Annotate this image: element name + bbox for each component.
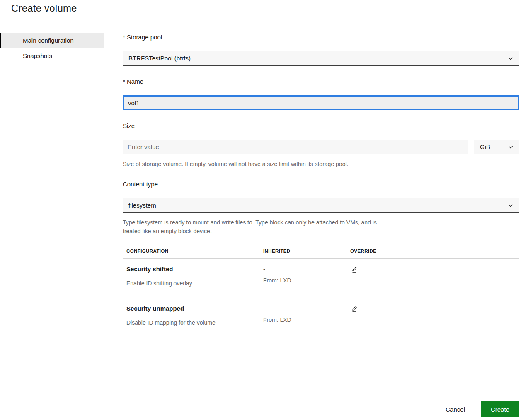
content-type-field: Content type filesystem Type filesystem … — [123, 180, 519, 236]
chevron-down-icon — [508, 56, 513, 61]
cancel-button[interactable]: Cancel — [446, 403, 465, 416]
size-help-text: Size of storage volume. If empty, volume… — [123, 160, 519, 169]
inherited-source: From: LXD — [263, 316, 346, 323]
size-unit-select[interactable]: GiB — [474, 140, 519, 154]
inherited-value: - — [263, 265, 346, 273]
page-title: Create volume — [11, 2, 77, 14]
storage-pool-field: * Storage pool BTRFSTestPool (btrfs) — [123, 33, 519, 66]
edit-pencil-icon — [351, 268, 358, 274]
storage-pool-select[interactable]: BTRFSTestPool (btrfs) — [123, 51, 519, 66]
table-header-row: CONFIGURATION INHERITED OVERRIDE — [123, 249, 519, 259]
inherited-value: - — [263, 304, 346, 313]
column-header-override: OVERRIDE — [346, 249, 519, 258]
content-type-selected-value: filesystem — [128, 202, 508, 209]
size-unit-selected-value: GiB — [480, 143, 508, 150]
table-row: Security unmapped Disable ID mapping for… — [123, 298, 519, 337]
column-header-inherited: INHERITED — [259, 249, 346, 258]
sidebar-item-snapshots[interactable]: Snapshots — [0, 48, 104, 64]
storage-pool-selected-value: BTRFSTestPool (btrfs) — [128, 55, 508, 62]
size-label: Size — [123, 122, 519, 130]
text-cursor — [140, 99, 140, 107]
configuration-table: CONFIGURATION INHERITED OVERRIDE Securit… — [123, 249, 519, 337]
content-type-help-text: Type filesystem is ready to mount and wr… — [123, 218, 382, 236]
sidebar-item-main-configuration[interactable]: Main configuration — [0, 33, 104, 48]
config-description: Disable ID mapping for the volume — [126, 319, 259, 326]
inherited-source: From: LXD — [263, 277, 346, 284]
chevron-down-icon — [508, 144, 513, 150]
sidebar-item-label: Snapshots — [23, 52, 52, 59]
size-field: Size GiB Size of storage volume. If empt… — [123, 122, 519, 169]
table-row: Security shifted Enable ID shifting over… — [123, 259, 519, 298]
override-edit-button[interactable] — [350, 265, 359, 274]
form-nav-sidebar: Main configuration Snapshots — [0, 33, 104, 64]
create-button[interactable]: Create — [481, 401, 519, 417]
edit-pencil-icon — [351, 307, 358, 314]
content-type-label: Content type — [123, 180, 519, 188]
name-input[interactable]: vol1 — [123, 95, 519, 110]
storage-pool-label: * Storage pool — [123, 33, 519, 41]
name-label: * Name — [123, 77, 519, 86]
config-description: Enable ID shifting overlay — [126, 280, 259, 287]
name-field: * Name vol1 — [123, 77, 519, 110]
main-configuration-form: * Storage pool BTRFSTestPool (btrfs) * N… — [123, 33, 519, 337]
chevron-down-icon — [508, 203, 513, 208]
override-edit-button[interactable] — [350, 304, 359, 313]
sidebar-item-label: Main configuration — [23, 37, 74, 44]
content-type-select[interactable]: filesystem — [123, 198, 519, 213]
form-footer-actions: Cancel Create — [446, 401, 519, 417]
config-name: Security unmapped — [126, 304, 259, 313]
config-name: Security shifted — [126, 265, 259, 273]
column-header-configuration: CONFIGURATION — [123, 249, 259, 258]
name-input-value: vol1 — [128, 99, 140, 106]
size-input[interactable] — [123, 140, 468, 154]
